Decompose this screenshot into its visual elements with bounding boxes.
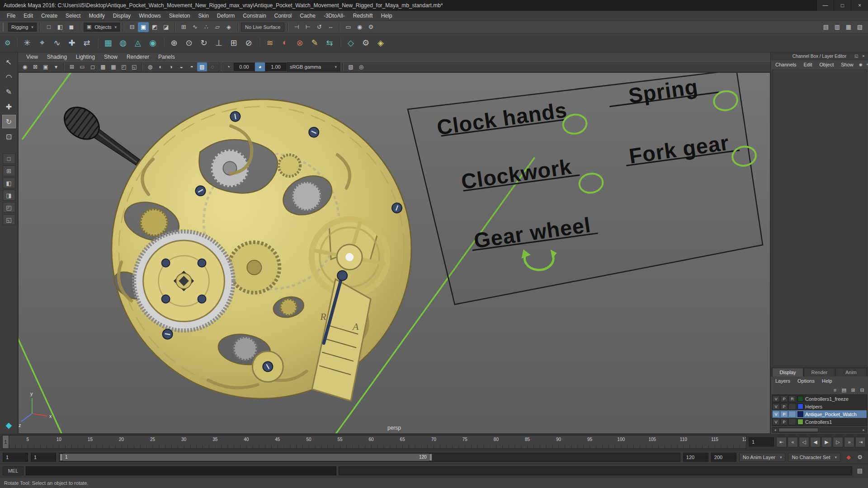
render-settings-icon[interactable]: ⚙ — [365, 22, 376, 32]
menu-item[interactable]: Modify — [85, 11, 108, 20]
current-time-indicator[interactable]: 1 — [3, 436, 9, 448]
timeline-ruler[interactable]: 1 51015202530354045505560657075808590951… — [2, 435, 746, 449]
add-layer-from-selected-icon[interactable]: ⊟ — [858, 386, 866, 394]
control-curve-icon[interactable]: ◇ — [344, 36, 358, 50]
animation-preferences-icon[interactable]: ⚙ — [854, 452, 865, 462]
persp-graph-layout-button[interactable]: ◰ — [3, 202, 15, 213]
tool-settings-toggle-icon[interactable]: ▦ — [843, 22, 854, 32]
pole-vector-constraint-icon[interactable]: ⊘ — [241, 36, 256, 50]
play-forwards-button[interactable]: ▶ — [821, 437, 832, 447]
shelf-menu-gear-icon[interactable]: ⚙ — [2, 36, 13, 50]
safe-title-icon[interactable]: ◱ — [129, 62, 139, 71]
rotate-tool-button[interactable]: ↻ — [2, 115, 16, 128]
menu-item[interactable]: Skin — [194, 11, 213, 20]
persp-outliner-layout-button[interactable]: ◧ — [3, 178, 15, 188]
menu-item[interactable]: Deform — [213, 11, 239, 20]
step-forward-frame-button[interactable]: ▷ — [833, 437, 843, 447]
detach-skin-icon[interactable]: ⊗ — [292, 36, 307, 50]
layer-visibility-toggle[interactable]: V — [772, 403, 780, 410]
layer-reference-toggle[interactable] — [788, 411, 796, 418]
menu-item[interactable]: Edit — [19, 11, 37, 20]
ambient-occlusion-icon[interactable]: ◓ — [187, 62, 197, 71]
channel-box-empty-area[interactable] — [772, 70, 867, 366]
playback-start-field[interactable] — [31, 453, 56, 462]
move-tool-button[interactable]: ✚ — [2, 100, 16, 113]
menu-item[interactable]: Control — [270, 11, 296, 20]
resolution-gate-icon[interactable]: ◻ — [88, 62, 98, 71]
auto-keyframe-toggle-icon[interactable]: ◆ — [843, 452, 854, 462]
title-bar[interactable]: Autodesk Maya 2016: C:\Users\I5\Desktop\… — [0, 0, 868, 11]
select-hierarchy-icon[interactable]: ⊟ — [127, 22, 137, 32]
select-camera-icon[interactable]: ◉ — [20, 62, 30, 71]
set-driven-key-icon[interactable]: ⚙ — [359, 36, 373, 50]
snap-to-curves-icon[interactable]: ∿ — [189, 22, 200, 32]
cluster-deformer-icon[interactable]: ◬ — [131, 36, 145, 50]
Controllers1_freeze[interactable]: V P R Controllers1_freeze — [772, 395, 867, 403]
panel-menu-item[interactable]: Renderer — [122, 52, 154, 61]
field-chart-icon[interactable]: ▦ — [108, 62, 118, 71]
aim-constraint-icon[interactable]: ⊥ — [212, 36, 226, 50]
playback-range-bar[interactable]: 1 120 — [60, 454, 432, 461]
close-button[interactable]: × — [851, 0, 868, 11]
menu-item[interactable]: Select — [61, 11, 85, 20]
layer-editor-tab[interactable]: Display — [772, 368, 803, 376]
scale-tool-button[interactable]: ⊡ — [2, 130, 16, 143]
save-scene-icon[interactable]: ◼ — [66, 22, 77, 32]
minimize-button[interactable]: — — [816, 0, 834, 11]
menu-item[interactable]: Display — [109, 11, 135, 20]
insert-joint-icon[interactable]: ✚ — [65, 36, 79, 50]
outliner-cube-icon[interactable]: ◆ — [4, 420, 14, 430]
panel-menu-item[interactable]: Show — [99, 52, 122, 61]
live-surface-button[interactable]: No Live Surface — [241, 23, 284, 32]
render-current-frame-icon[interactable]: ◉ — [354, 22, 365, 32]
wrap-deformer-icon[interactable]: ◍ — [116, 36, 130, 50]
film-gate-icon[interactable]: ▭ — [77, 62, 87, 71]
ik-handle-tool-icon[interactable]: ⌖ — [35, 36, 49, 50]
command-input[interactable] — [26, 466, 336, 475]
view-transform-selector[interactable]: sRGB gamma ▾ — [287, 62, 340, 71]
orient-constraint-icon[interactable]: ↻ — [197, 36, 211, 50]
layer-playback-toggle[interactable]: P — [780, 395, 788, 402]
undock-panel-icon[interactable]: ◱ — [853, 53, 860, 59]
open-render-view-icon[interactable]: ▭ — [343, 22, 354, 32]
layer-editor-tab[interactable]: Anim — [835, 368, 867, 376]
new-scene-icon[interactable]: □ — [43, 22, 54, 32]
anim-layer-selector[interactable]: No Anim Layer ▾ — [739, 453, 786, 462]
bind-skin-icon[interactable]: ≋ — [263, 36, 277, 50]
hik-character-icon[interactable]: ◈ — [373, 36, 388, 50]
input-connections-icon[interactable]: ⊣ — [291, 22, 302, 32]
menu-item[interactable]: Help — [377, 11, 396, 20]
persp-uv-layout-button[interactable]: ◱ — [3, 214, 15, 225]
maximize-button[interactable]: □ — [834, 0, 851, 11]
animation-end-field[interactable] — [711, 453, 736, 462]
menu-set-selector[interactable]: Rigging ▾ — [8, 23, 37, 32]
animation-start-field[interactable] — [3, 453, 28, 462]
layer-options-icon[interactable]: ▤ — [840, 386, 848, 394]
viewport[interactable]: R A — [18, 72, 770, 434]
command-result-field[interactable] — [339, 466, 852, 475]
parent-constraint-icon[interactable]: ⊕ — [167, 36, 181, 50]
grid-toggle-icon[interactable]: ⊞ — [67, 62, 77, 71]
menu-item[interactable]: Cache — [296, 11, 320, 20]
command-language-toggle[interactable]: MEL — [3, 466, 24, 475]
layer-playback-toggle[interactable]: P — [780, 411, 788, 418]
layer-visibility-toggle[interactable]: V — [772, 411, 780, 418]
layer-sort-icon[interactable]: ≡ — [831, 386, 839, 394]
go-to-start-button[interactable]: ⇤ — [776, 437, 787, 447]
paint-skin-weights-icon[interactable]: ✎ — [307, 36, 322, 50]
step-back-frame-button[interactable]: ◁ — [799, 437, 809, 447]
scale-constraint-icon[interactable]: ⊞ — [226, 36, 241, 50]
selection-mask-selector[interactable]: ▣ Objects ▾ — [84, 23, 120, 32]
all-lights-icon[interactable]: ◑ — [166, 62, 176, 71]
layer-color-swatch[interactable] — [797, 396, 803, 402]
gate-mask-icon[interactable]: ▩ — [98, 62, 108, 71]
layer-editor-menu[interactable]: Layers — [772, 376, 794, 385]
ik-spline-handle-icon[interactable]: ∿ — [50, 36, 64, 50]
Helpers[interactable]: V P Helpers — [772, 403, 867, 410]
anti-aliasing-icon[interactable]: ▨ — [197, 62, 207, 71]
step-back-key-button[interactable]: « — [788, 437, 798, 447]
panel-header[interactable]: Channel Box / Layer Editor ◱× — [771, 52, 868, 60]
top-persp-layout-button[interactable]: ◨ — [3, 190, 15, 201]
layer-color-swatch[interactable] — [797, 411, 803, 417]
toolbar-grip[interactable] — [3, 23, 5, 32]
